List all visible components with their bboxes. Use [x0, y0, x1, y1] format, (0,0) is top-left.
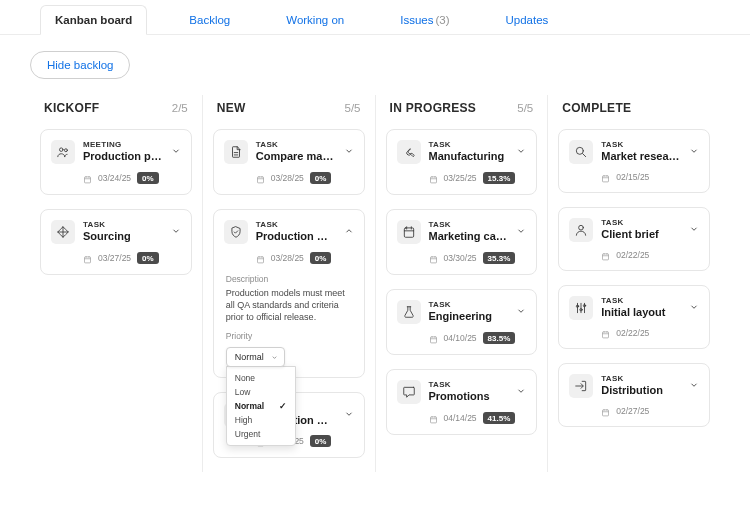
progress-badge: 83.5%: [483, 332, 516, 344]
priority-option[interactable]: High: [227, 413, 295, 427]
card-title: Sourcing: [83, 230, 163, 243]
card-type: TASK: [601, 296, 681, 305]
kanban-card[interactable]: TASK Compare marketing trends 03/28/25 0…: [213, 129, 365, 195]
expand-toggle[interactable]: [516, 386, 526, 398]
kanban-card[interactable]: TASK Distribution 02/27/25: [558, 363, 710, 427]
column-progress: IN PROGRESS 5/5 TASK Manufacturing 03/25…: [375, 95, 548, 472]
priority-option[interactable]: Urgent: [227, 427, 295, 441]
expand-toggle[interactable]: [344, 146, 354, 158]
expand-toggle[interactable]: [689, 380, 699, 392]
card-type: TASK: [429, 380, 509, 389]
expand-toggle[interactable]: [689, 224, 699, 236]
card-date: 03/30/25: [444, 253, 477, 263]
column-new: NEW 5/5 TASK Compare marketing trends 03…: [202, 95, 375, 472]
column-count: 2/5: [172, 102, 188, 114]
calendar-icon: [601, 407, 610, 416]
search-icon: [569, 140, 593, 164]
card-type: TASK: [429, 140, 509, 149]
check-icon: ✓: [279, 401, 287, 411]
calendar-icon: [601, 173, 610, 182]
tab-kanban[interactable]: Kanban board: [40, 5, 147, 35]
kanban-card[interactable]: TASK Manufacturing 03/25/25 15.3%: [386, 129, 538, 195]
card-date: 04/10/25: [444, 333, 477, 343]
card-title: Market research: [601, 150, 681, 163]
expand-toggle[interactable]: [516, 226, 526, 238]
card-title: Client brief: [601, 228, 681, 241]
calendar-icon: [256, 174, 265, 183]
column-kickoff: KICKOFF 2/5 MEETING Production planning …: [30, 95, 202, 472]
card-date: 02/27/25: [616, 406, 649, 416]
card-title: Marketing campaign: [429, 230, 509, 243]
card-title: Engineering: [429, 310, 509, 323]
column-title: COMPLETE: [562, 101, 631, 115]
calendar-icon: [429, 254, 438, 263]
tab-working-on[interactable]: Working on: [272, 6, 358, 34]
priority-select[interactable]: Normal: [226, 347, 285, 367]
calendar-icon: [397, 220, 421, 244]
card-type: TASK: [601, 374, 681, 383]
description-label: Description: [226, 274, 352, 284]
check-shield-icon: [224, 220, 248, 244]
tab-backlog[interactable]: Backlog: [175, 6, 244, 34]
hide-backlog-button[interactable]: Hide backlog: [30, 51, 130, 79]
expand-toggle[interactable]: [171, 146, 181, 158]
sliders-icon: [569, 296, 593, 320]
card-date: 02/15/25: [616, 172, 649, 182]
calendar-icon: [429, 334, 438, 343]
kanban-card[interactable]: MEETING Production planning 03/24/25 0%: [40, 129, 192, 195]
kanban-card[interactable]: TASK Client brief 02/22/25: [558, 207, 710, 271]
kanban-card[interactable]: TASK Marketing campaign 03/30/25 35.3%: [386, 209, 538, 275]
flask-icon: [397, 300, 421, 324]
calendar-icon: [429, 174, 438, 183]
progress-badge: 0%: [310, 172, 332, 184]
priority-option[interactable]: Normal✓: [227, 399, 295, 413]
calendar-icon: [601, 329, 610, 338]
expand-toggle[interactable]: [689, 146, 699, 158]
person-icon: [569, 218, 593, 242]
card-date: 03/27/25: [98, 253, 131, 263]
card-type: TASK: [256, 140, 336, 149]
expand-toggle[interactable]: [344, 409, 354, 421]
tab-bar: Kanban board Backlog Working on Issues(3…: [0, 0, 750, 35]
progress-badge: 35.3%: [483, 252, 516, 264]
card-date: 03/25/25: [444, 173, 477, 183]
file-icon: [224, 140, 248, 164]
tab-updates[interactable]: Updates: [492, 6, 563, 34]
chat-icon: [397, 380, 421, 404]
exit-icon: [569, 374, 593, 398]
progress-badge: 0%: [137, 252, 159, 264]
card-title: Distribution: [601, 384, 681, 397]
card-date: 03/28/25: [271, 253, 304, 263]
kanban-card[interactable]: TASK Sourcing 03/27/25 0%: [40, 209, 192, 275]
progress-badge: 41.5%: [483, 412, 516, 424]
kanban-card[interactable]: TASK Promotions 04/14/25 41.5%: [386, 369, 538, 435]
move-icon: [51, 220, 75, 244]
tab-issues[interactable]: Issues(3): [386, 6, 463, 34]
progress-badge: 15.3%: [483, 172, 516, 184]
kanban-card[interactable]: TASK Engineering 04/10/25 83.5%: [386, 289, 538, 355]
expand-toggle[interactable]: [516, 306, 526, 318]
expand-toggle[interactable]: [171, 226, 181, 238]
expand-toggle[interactable]: [344, 226, 354, 238]
kanban-board: KICKOFF 2/5 MEETING Production planning …: [0, 95, 750, 502]
column-count: 5/5: [517, 102, 533, 114]
column-title: KICKOFF: [44, 101, 99, 115]
card-type: TASK: [429, 220, 509, 229]
card-title: Compare marketing trends: [256, 150, 336, 163]
kanban-card[interactable]: TASK Initial layout 02/22/25: [558, 285, 710, 349]
expand-toggle[interactable]: [516, 146, 526, 158]
wrench-icon: [397, 140, 421, 164]
kanban-card[interactable]: TASK Production QA review 03/28/25 0% De…: [213, 209, 365, 378]
priority-option[interactable]: Low: [227, 385, 295, 399]
priority-label: Priority: [226, 331, 352, 341]
card-title: Production QA review: [256, 230, 336, 243]
card-date: 02/22/25: [616, 250, 649, 260]
issues-count: (3): [435, 14, 449, 26]
calendar-icon: [83, 254, 92, 263]
expand-toggle[interactable]: [689, 302, 699, 314]
progress-badge: 0%: [137, 172, 159, 184]
priority-option[interactable]: None: [227, 371, 295, 385]
kanban-card[interactable]: TASK Market research 02/15/25: [558, 129, 710, 193]
card-type: TASK: [429, 300, 509, 309]
card-title: Promotions: [429, 390, 509, 403]
